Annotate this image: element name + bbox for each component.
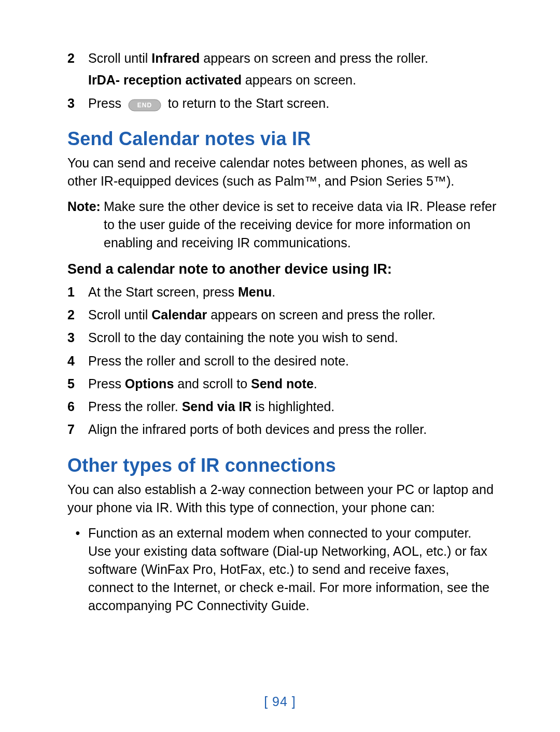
step-number: 2 xyxy=(67,305,88,324)
bullet-icon: • xyxy=(67,524,88,542)
step-number: 7 xyxy=(67,420,88,439)
step-number: 1 xyxy=(67,283,88,301)
text-fragment: Align the infrared ports of both devices… xyxy=(88,422,427,437)
text-fragment: Scroll until xyxy=(88,51,151,65)
step-text: Press the roller. Send via IR is highlig… xyxy=(88,397,498,416)
text-fragment: Scroll to the day containing the note yo… xyxy=(88,330,398,345)
step-number: 4 xyxy=(67,351,88,370)
list-item: 6 Press the roller. Send via IR is highl… xyxy=(67,397,498,416)
step-text: Scroll until Calendar appears on screen … xyxy=(88,305,498,324)
text-fragment: appears on screen and press the roller. xyxy=(207,307,436,322)
step-text: Press the roller and scroll to the desir… xyxy=(88,351,498,370)
text-fragment: to return to the Start screen. xyxy=(168,96,329,110)
bold-term: Calendar xyxy=(151,307,207,322)
text-fragment: . xyxy=(314,376,317,391)
text-fragment: Press xyxy=(88,376,125,391)
list-item: 5 Press Options and scroll to Send note. xyxy=(67,374,498,393)
list-item: 3 Press END to return to the Start scree… xyxy=(67,94,498,112)
paragraph: You can send and receive calendar notes … xyxy=(67,154,498,190)
text-fragment: Scroll until xyxy=(88,307,151,322)
step-number: 2 xyxy=(67,49,88,67)
bullet-text: Function as an external modem when conne… xyxy=(88,524,498,615)
step-number: 6 xyxy=(67,397,88,416)
bold-term: Options xyxy=(125,376,174,391)
list-item: 7 Align the infrared ports of both devic… xyxy=(67,420,498,439)
text-fragment: Press the roller. xyxy=(88,399,182,414)
text-fragment: is highlighted. xyxy=(251,399,334,414)
list-item: 3 Scroll to the day containing the note … xyxy=(67,328,498,347)
page-number: [ 94 ] xyxy=(0,694,560,709)
section-heading: Send Calendar notes via IR xyxy=(67,128,498,150)
section-heading: Other types of IR connections xyxy=(67,455,498,476)
document-page: 2 Scroll until Infrared appears on scree… xyxy=(0,0,560,732)
step-text: At the Start screen, press Menu. xyxy=(88,283,498,301)
text-fragment: Press xyxy=(88,96,125,110)
paragraph: You can also establish a 2-way connectio… xyxy=(67,481,498,517)
text-fragment: . xyxy=(272,285,275,299)
list-item: 2 Scroll until Infrared appears on scree… xyxy=(67,49,498,90)
text-fragment: appears on screen and press the roller. xyxy=(200,51,428,65)
step-text: Press Options and scroll to Send note. xyxy=(88,374,498,393)
end-key-icon: END xyxy=(128,98,161,112)
list-item: 4 Press the roller and scroll to the des… xyxy=(67,351,498,370)
bold-term: Infrared xyxy=(151,51,200,65)
bold-term: Send via IR xyxy=(182,399,252,414)
step-text: Press END to return to the Start screen. xyxy=(88,94,498,112)
text-fragment: appears on screen. xyxy=(242,73,356,87)
text-fragment: and scroll to xyxy=(174,376,251,391)
step-text: Scroll until Infrared appears on screen … xyxy=(88,49,498,90)
svg-text:END: END xyxy=(137,102,152,109)
list-item: 2 Scroll until Calendar appears on scree… xyxy=(67,305,498,324)
text-fragment: Press the roller and scroll to the desir… xyxy=(88,354,349,368)
text-fragment: At the Start screen, press xyxy=(88,285,238,299)
note-label: Note: xyxy=(67,198,104,216)
note-block: Note: Make sure the other device is set … xyxy=(67,198,498,252)
step-text: Scroll to the day containing the note yo… xyxy=(88,328,498,347)
subsection-heading: Send a calendar note to another device u… xyxy=(67,261,498,277)
list-item: 1 At the Start screen, press Menu. xyxy=(67,283,498,301)
note-body: Make sure the other device is set to rec… xyxy=(104,198,498,252)
step-number: 3 xyxy=(67,94,88,112)
bold-term: Send note xyxy=(251,376,314,391)
bold-term: IrDA- reception activated xyxy=(88,73,242,87)
step-number: 5 xyxy=(67,374,88,393)
step-number: 3 xyxy=(67,328,88,347)
bold-term: Menu xyxy=(238,285,272,299)
step-text: Align the infrared ports of both devices… xyxy=(88,420,498,439)
list-item: • Function as an external modem when con… xyxy=(67,524,498,615)
